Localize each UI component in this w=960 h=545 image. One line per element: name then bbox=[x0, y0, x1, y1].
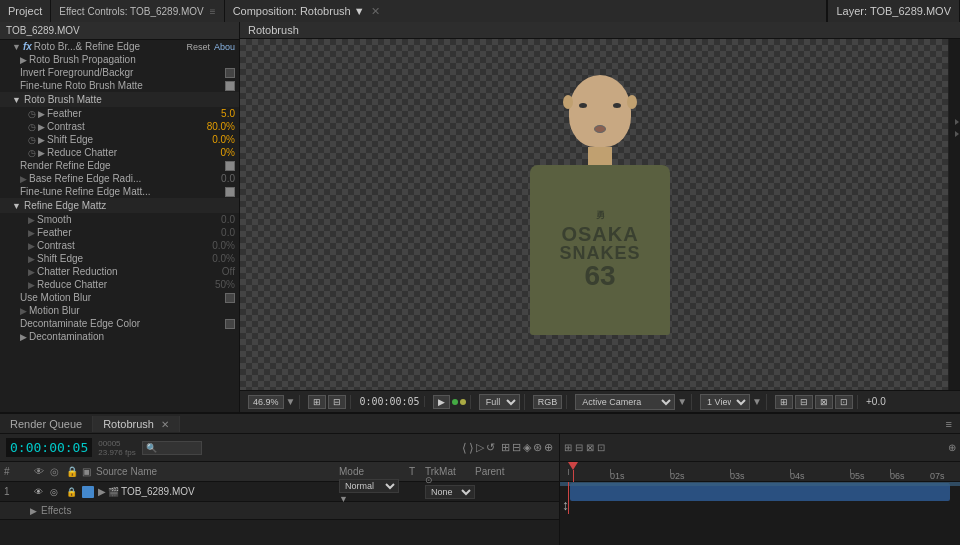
quality-group: Full bbox=[475, 394, 525, 410]
shift-edge-value[interactable]: 0.0% bbox=[212, 134, 235, 145]
render-refine-row[interactable]: Render Refine Edge bbox=[0, 159, 239, 172]
timeline-ctrl-icon2[interactable]: ⊟ bbox=[575, 442, 583, 453]
composition-tab[interactable]: Composition: Rotobrush ▼ ✕ bbox=[225, 0, 828, 22]
layer-tab[interactable]: Layer: TOB_6289.MOV bbox=[827, 0, 960, 22]
quality-select[interactable]: Full bbox=[479, 394, 520, 410]
rotobrush-tab[interactable]: Rotobrush ✕ bbox=[93, 416, 180, 432]
layer-lock[interactable]: 🔒 bbox=[66, 487, 82, 497]
next-frame-btn[interactable]: ⟩ bbox=[469, 441, 474, 455]
feather-value[interactable]: 5.0 bbox=[221, 108, 235, 119]
timeline-zoom-icon[interactable]: ⊕ bbox=[948, 442, 956, 453]
scroll-bar-right[interactable] bbox=[948, 39, 960, 390]
timeline-timecode[interactable]: 0:00:00:05 bbox=[6, 438, 92, 457]
extra-btn3[interactable]: ⊠ bbox=[815, 395, 833, 409]
table-row[interactable]: 1 👁 ◎ 🔒 ▶ 🎬 TOB_6289.MOV Normal ▼ bbox=[0, 482, 559, 502]
invert-fg-row[interactable]: Invert Foreground/Backgr bbox=[0, 66, 239, 79]
timeline-ruler[interactable]: 01s 02s 03s 04s 05s 06s 07s bbox=[560, 462, 960, 482]
motion-blur-label: Motion Blur bbox=[29, 305, 235, 316]
tool-icon-1[interactable]: ⊞ bbox=[501, 441, 510, 454]
contrast-value[interactable]: 80.0% bbox=[207, 121, 235, 132]
tool-icon-5[interactable]: ⊕ bbox=[544, 441, 553, 454]
extra-btns: ⊞ ⊟ ⊠ ⊡ bbox=[771, 395, 858, 409]
layer-trkmat-select[interactable]: None bbox=[425, 485, 475, 499]
view-select[interactable]: 1 View bbox=[700, 394, 750, 410]
use-motion-blur-row[interactable]: Use Motion Blur bbox=[0, 291, 239, 304]
timeline-left-panel: 0:00:00:05 00005 23.976 fps ⟨ ⟩ ▷ ↺ ⊞ bbox=[0, 434, 560, 545]
extra-btn1[interactable]: ⊞ bbox=[775, 395, 793, 409]
loop-btn[interactable]: ↺ bbox=[486, 441, 495, 454]
base-refine-value: 0.0 bbox=[221, 173, 235, 184]
timeline-ctrl-icon4[interactable]: ⊡ bbox=[597, 442, 605, 453]
zoom-btn[interactable]: 46.9% bbox=[248, 395, 284, 409]
decontamination-row[interactable]: ▶ Decontamination bbox=[0, 330, 239, 343]
effect-controls-tab[interactable]: Effect Controls: TOB_6289.MOV ≡ bbox=[51, 0, 224, 22]
extra-btn2[interactable]: ⊟ bbox=[795, 395, 813, 409]
comp-timecode[interactable]: 0:00:00:05 bbox=[359, 396, 419, 407]
fine-tune-refine-checkbox[interactable] bbox=[225, 187, 235, 197]
feather-row[interactable]: ◷ ▶ Feather 5.0 bbox=[0, 107, 239, 120]
fine-tune-refine-row[interactable]: Fine-tune Refine Edge Matt... bbox=[0, 185, 239, 198]
tool-icon-3[interactable]: ◈ bbox=[523, 441, 531, 454]
green-indicator bbox=[452, 399, 458, 405]
refine-edge-mattz-section[interactable]: ▼ Refine Edge Mattz bbox=[0, 198, 239, 213]
timeline-options-btn[interactable]: ≡ bbox=[938, 418, 960, 430]
timeline-right-panel: ⊞ ⊟ ⊠ ⊡ ⊕ 01s 02s 03s 04s 05s 06s bbox=[560, 434, 960, 545]
comp-canvas[interactable]: 勇 OSAKA SNAKES 63 bbox=[240, 39, 960, 390]
contrast-row[interactable]: ◷ ▶ Contrast 80.0% bbox=[0, 120, 239, 133]
col-solo-header: ◎ bbox=[50, 466, 66, 477]
roto-matte-section[interactable]: ▼ Roto Brush Matte bbox=[0, 92, 239, 107]
ruler-line-2 bbox=[670, 469, 671, 475]
render-queue-tab[interactable]: Render Queue bbox=[0, 416, 93, 432]
fine-tune-roto-row[interactable]: Fine-tune Roto Brush Matte bbox=[0, 79, 239, 92]
prev-frame-btn[interactable]: ⟨ bbox=[462, 441, 467, 455]
contrast2-label: Contrast bbox=[37, 240, 212, 251]
shift-edge-row[interactable]: ◷ ▶ Shift Edge 0.0% bbox=[0, 133, 239, 146]
fx-roto-row[interactable]: ▼ fx Roto Br...& Refine Edge Reset Abou bbox=[0, 40, 239, 53]
chatter-reduction-label: Chatter Reduction bbox=[37, 266, 222, 277]
layer-solo[interactable]: ◎ bbox=[50, 487, 66, 497]
render-refine-checkbox[interactable] bbox=[225, 161, 235, 171]
timeline-ctrl-icon1[interactable]: ⊞ bbox=[564, 442, 572, 453]
ram-preview-btn[interactable]: ▶ bbox=[433, 395, 450, 409]
render-queue-label: Render Queue bbox=[10, 418, 82, 430]
fine-tune-roto-checkbox[interactable] bbox=[225, 81, 235, 91]
base-arrow: ▶ bbox=[20, 174, 27, 184]
layer-expand-arrow[interactable]: ▶ bbox=[98, 486, 106, 497]
smooth-value: 0.0 bbox=[221, 214, 235, 225]
base-refine-row[interactable]: ▶ Base Refine Edge Radi... 0.0 bbox=[0, 172, 239, 185]
reduce-chatter-row[interactable]: ◷ ▶ Reduce Chatter 0% bbox=[0, 146, 239, 159]
rotobrush-tab-label: Rotobrush bbox=[103, 418, 154, 430]
channel-btn[interactable]: RGB bbox=[533, 395, 563, 409]
eye-right bbox=[613, 103, 621, 108]
grid-btns: ⊞ ⊟ bbox=[304, 395, 351, 409]
about-link[interactable]: Abou bbox=[214, 42, 235, 52]
layer-mode-select[interactable]: Normal bbox=[339, 479, 399, 493]
camera-select[interactable]: Active Camera bbox=[575, 394, 675, 410]
decontaminate-checkbox[interactable] bbox=[225, 319, 235, 329]
layer-num-sub: 00005 bbox=[98, 439, 135, 448]
project-panel-tab[interactable]: Project bbox=[0, 0, 51, 22]
ruler-mark-5s: 05s bbox=[850, 471, 865, 481]
reset-btn[interactable]: Reset bbox=[186, 42, 210, 52]
ruler-mark-7s: 07s bbox=[930, 471, 945, 481]
invert-fg-checkbox[interactable] bbox=[225, 68, 235, 78]
decontaminate-row[interactable]: Decontaminate Edge Color bbox=[0, 317, 239, 330]
extra-btn4[interactable]: ⊡ bbox=[835, 395, 853, 409]
grid-btn2[interactable]: ⊟ bbox=[328, 395, 346, 409]
reduce-chatter-value[interactable]: 0% bbox=[221, 147, 235, 158]
layer-name-cell: ▶ 🎬 TOB_6289.MOV bbox=[98, 486, 339, 497]
timeline-tracks[interactable]: ↕ bbox=[560, 482, 960, 514]
work-area-bar[interactable] bbox=[560, 482, 960, 486]
layer-search-input[interactable] bbox=[142, 441, 202, 455]
roto-propagation-row[interactable]: ▶ Roto Brush Propagation bbox=[0, 53, 239, 66]
use-motion-blur-checkbox[interactable] bbox=[225, 293, 235, 303]
tool-icon-4[interactable]: ⊛ bbox=[533, 441, 542, 454]
tool-icon-2[interactable]: ⊟ bbox=[512, 441, 521, 454]
comp-name-tab[interactable]: Rotobrush bbox=[240, 22, 960, 39]
timeline-ctrl-icon3[interactable]: ⊠ bbox=[586, 442, 594, 453]
effects-expand-row[interactable]: ▶ Effects bbox=[0, 502, 559, 520]
rotobrush-close-btn[interactable]: ✕ bbox=[161, 419, 169, 430]
layer-visibility[interactable]: 👁 bbox=[34, 487, 50, 497]
ram-preview-icon[interactable]: ▷ bbox=[476, 441, 484, 454]
grid-btn1[interactable]: ⊞ bbox=[308, 395, 326, 409]
